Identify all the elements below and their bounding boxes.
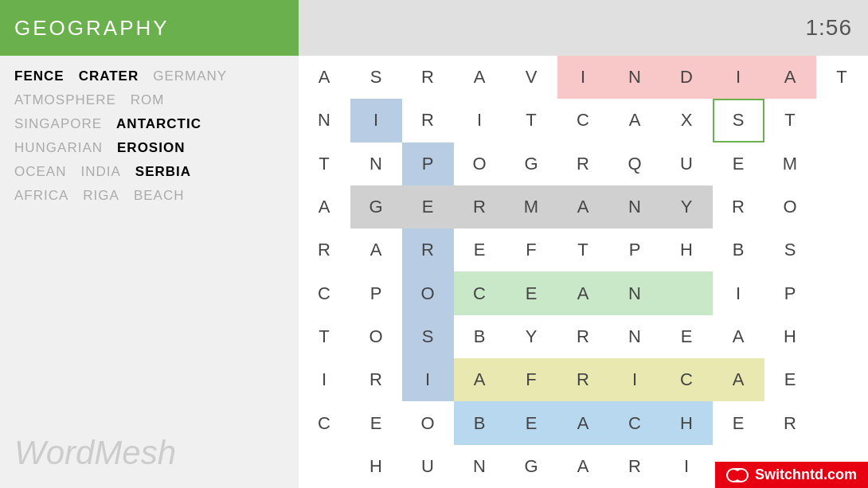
grid-cell[interactable]: B <box>713 228 764 271</box>
grid-cell[interactable]: G <box>506 142 557 185</box>
grid-cell[interactable]: N <box>350 142 402 185</box>
grid-cell[interactable]: A <box>713 315 764 358</box>
grid-cell[interactable]: I <box>661 445 713 488</box>
grid-cell[interactable]: A <box>557 185 609 228</box>
grid-cell[interactable]: I <box>713 56 764 99</box>
grid-cell[interactable]: E <box>661 315 713 358</box>
grid-cell[interactable]: I <box>350 99 402 142</box>
grid-cell[interactable]: V <box>506 56 557 99</box>
grid-cell[interactable]: R <box>299 228 350 271</box>
grid-cell[interactable]: C <box>299 271 350 314</box>
grid-cell[interactable] <box>816 142 868 185</box>
grid-cell[interactable]: E <box>764 358 816 401</box>
grid-cell[interactable]: N <box>609 56 661 99</box>
grid-cell[interactable]: G <box>506 445 557 488</box>
grid-cell[interactable]: P <box>402 142 454 185</box>
grid-cell[interactable]: T <box>299 142 350 185</box>
grid-cell[interactable]: F <box>506 358 557 401</box>
grid-cell[interactable]: O <box>350 315 402 358</box>
grid-cell[interactable]: S <box>402 315 454 358</box>
grid-cell[interactable]: I <box>609 358 661 401</box>
grid-cell[interactable]: B <box>454 401 506 444</box>
grid-cell[interactable]: C <box>299 401 350 444</box>
grid-cell[interactable] <box>816 271 868 314</box>
grid-cell[interactable]: R <box>557 142 609 185</box>
grid-cell[interactable] <box>816 358 868 401</box>
grid-cell[interactable]: G <box>350 185 402 228</box>
grid-cell[interactable]: H <box>350 445 402 488</box>
grid-cell[interactable] <box>299 445 350 488</box>
grid-cell[interactable]: E <box>713 401 764 444</box>
grid-cell[interactable]: A <box>557 445 609 488</box>
grid-cell[interactable]: N <box>454 445 506 488</box>
grid-cell[interactable]: A <box>713 358 764 401</box>
grid-cell[interactable]: P <box>609 228 661 271</box>
grid-cell[interactable]: O <box>764 185 816 228</box>
grid-cell[interactable]: T <box>299 315 350 358</box>
grid-cell[interactable] <box>816 99 868 142</box>
grid-cell[interactable]: I <box>454 99 506 142</box>
grid-cell[interactable]: T <box>764 99 816 142</box>
grid-cell[interactable]: I <box>402 358 454 401</box>
grid-cell[interactable]: A <box>609 99 661 142</box>
grid-cell[interactable]: R <box>350 358 402 401</box>
grid-cell[interactable]: N <box>299 99 350 142</box>
grid-cell[interactable]: Q <box>609 142 661 185</box>
grid-cell[interactable]: R <box>713 185 764 228</box>
grid-cell[interactable] <box>661 271 713 314</box>
grid-cell[interactable]: A <box>454 56 506 99</box>
grid-cell[interactable]: N <box>609 271 661 314</box>
grid-cell[interactable]: U <box>402 445 454 488</box>
grid-cell[interactable]: S <box>764 228 816 271</box>
grid-cell[interactable]: T <box>557 228 609 271</box>
grid-cell[interactable]: C <box>609 401 661 444</box>
grid-cell[interactable]: I <box>557 56 609 99</box>
grid-cell[interactable]: S <box>350 56 402 99</box>
grid-cell[interactable]: A <box>454 358 506 401</box>
grid-cell[interactable]: H <box>661 228 713 271</box>
grid-cell[interactable]: R <box>557 358 609 401</box>
grid-cell[interactable]: Y <box>661 185 713 228</box>
grid-cell[interactable]: C <box>454 271 506 314</box>
grid-cell[interactable]: C <box>661 358 713 401</box>
grid-cell[interactable]: A <box>557 271 609 314</box>
grid-cell[interactable]: M <box>764 142 816 185</box>
grid-cell[interactable]: T <box>816 56 868 99</box>
grid-cell[interactable]: P <box>764 271 816 314</box>
grid-cell[interactable]: A <box>299 185 350 228</box>
grid-cell[interactable]: O <box>402 401 454 444</box>
grid-cell[interactable]: S <box>713 99 764 142</box>
grid-cell[interactable]: A <box>764 56 816 99</box>
grid-cell[interactable]: E <box>402 185 454 228</box>
grid-cell[interactable]: R <box>609 445 661 488</box>
grid-cell[interactable]: R <box>402 99 454 142</box>
grid-cell[interactable]: O <box>402 271 454 314</box>
grid-cell[interactable]: A <box>299 56 350 99</box>
grid-cell[interactable]: H <box>661 401 713 444</box>
grid-cell[interactable]: E <box>350 401 402 444</box>
grid-cell[interactable]: P <box>350 271 402 314</box>
grid-cell[interactable]: E <box>506 401 557 444</box>
grid-cell[interactable]: N <box>609 185 661 228</box>
grid-cell[interactable]: N <box>609 315 661 358</box>
grid-cell[interactable]: T <box>506 99 557 142</box>
grid-cell[interactable]: D <box>661 56 713 99</box>
grid-cell[interactable] <box>816 315 868 358</box>
grid-cell[interactable]: R <box>557 315 609 358</box>
grid-cell[interactable] <box>816 185 868 228</box>
grid-cell[interactable]: A <box>557 401 609 444</box>
grid-cell[interactable]: O <box>454 142 506 185</box>
grid-cell[interactable] <box>816 401 868 444</box>
grid-cell[interactable]: H <box>764 315 816 358</box>
grid-cell[interactable]: Y <box>506 315 557 358</box>
grid-cell[interactable]: R <box>764 401 816 444</box>
grid-cell[interactable]: X <box>661 99 713 142</box>
grid-cell[interactable]: F <box>506 228 557 271</box>
grid-cell[interactable]: R <box>402 228 454 271</box>
grid-cell[interactable]: C <box>557 99 609 142</box>
grid-cell[interactable]: E <box>506 271 557 314</box>
grid-cell[interactable]: B <box>454 315 506 358</box>
grid-cell[interactable]: A <box>350 228 402 271</box>
grid-cell[interactable]: U <box>661 142 713 185</box>
grid-cell[interactable]: I <box>713 271 764 314</box>
